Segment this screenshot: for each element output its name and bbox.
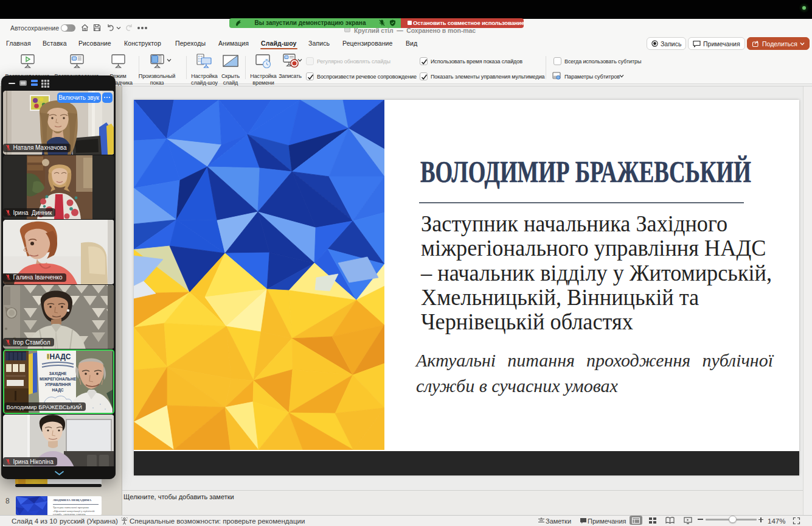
svg-text:МІЖРЕГІОНАЛЬНЕ: МІЖРЕГІОНАЛЬНЕ — [39, 377, 76, 381]
svg-text:УПРАВЛІННЯ: УПРАВЛІННЯ — [44, 382, 70, 387]
svg-text:НАДС: НАДС — [49, 352, 71, 361]
svg-text:ЗАХІДНЕ: ЗАХІДНЕ — [49, 371, 66, 376]
svg-text:НАДС: НАДС — [52, 388, 63, 393]
